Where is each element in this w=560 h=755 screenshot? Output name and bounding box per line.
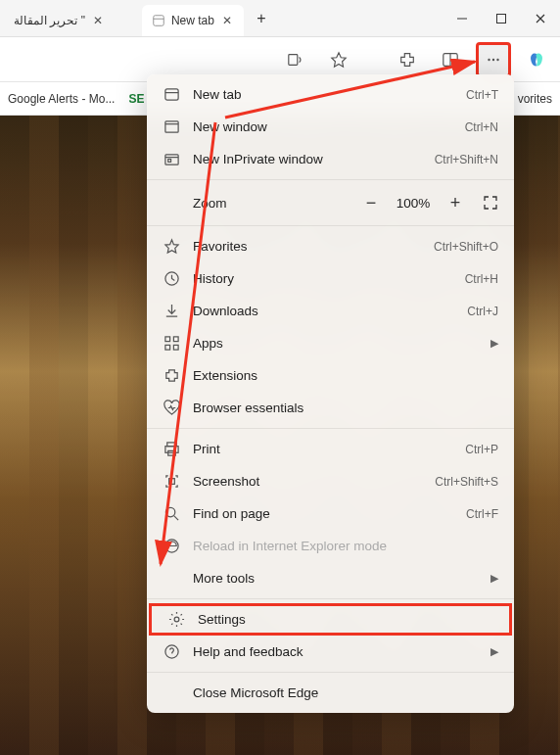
svg-point-10 bbox=[496, 58, 498, 60]
settings-menu: New tab Ctrl+T New window Ctrl+N New InP… bbox=[147, 74, 514, 713]
svg-rect-15 bbox=[164, 155, 177, 165]
menu-new-window[interactable]: New window Ctrl+N bbox=[147, 111, 514, 143]
menu-zoom: Zoom − 100% + bbox=[147, 184, 514, 221]
svg-rect-19 bbox=[164, 337, 169, 342]
window-icon bbox=[163, 118, 180, 136]
read-aloud-icon[interactable] bbox=[278, 42, 313, 77]
pulse-icon bbox=[163, 400, 180, 417]
menu-new-tab[interactable]: New tab Ctrl+T bbox=[147, 78, 514, 111]
settings-menu-button[interactable] bbox=[476, 42, 511, 77]
menu-close-browser[interactable]: Close Microsoft Edge bbox=[147, 677, 514, 709]
menu-help[interactable]: Help and feedback ▶ bbox=[147, 636, 514, 668]
svg-line-28 bbox=[173, 516, 177, 520]
menu-reload-ie: Reload in Internet Explorer mode bbox=[147, 530, 514, 562]
svg-point-31 bbox=[164, 645, 177, 658]
window-controls bbox=[443, 1, 560, 36]
svg-point-9 bbox=[492, 58, 494, 60]
tab-title: تحرير المقالة " bbox=[14, 14, 85, 27]
tab-title: New tab bbox=[171, 14, 214, 27]
maximize-button[interactable] bbox=[482, 1, 521, 36]
tab-icon bbox=[163, 86, 180, 104]
chevron-right-icon: ▶ bbox=[490, 337, 498, 350]
ie-icon bbox=[163, 538, 180, 555]
tab-0[interactable]: تحرير المقالة " ✕ bbox=[4, 5, 115, 36]
svg-rect-11 bbox=[164, 89, 177, 100]
svg-rect-17 bbox=[167, 160, 170, 163]
menu-screenshot[interactable]: Screenshot Ctrl+Shift+S bbox=[147, 465, 514, 497]
svg-point-30 bbox=[174, 617, 179, 622]
browser-window: تحرير المقالة " ✕ New tab ✕ + Google Ale… bbox=[0, 0, 560, 755]
menu-extensions[interactable]: Extensions bbox=[147, 359, 514, 392]
favorites-overflow[interactable]: vorites bbox=[518, 92, 552, 106]
search-icon bbox=[163, 505, 180, 523]
bookmark-item[interactable]: Google Alerts - Mo... bbox=[8, 92, 115, 106]
zoom-out-button[interactable]: − bbox=[357, 189, 385, 216]
copilot-icon[interactable] bbox=[519, 42, 554, 77]
menu-downloads[interactable]: Downloads Ctrl+J bbox=[147, 295, 514, 327]
titlebar: تحرير المقالة " ✕ New tab ✕ + bbox=[0, 0, 560, 37]
svg-rect-21 bbox=[164, 345, 169, 350]
svg-rect-4 bbox=[497, 14, 506, 23]
menu-more-tools[interactable]: More tools ▶ bbox=[147, 562, 514, 594]
svg-rect-1 bbox=[154, 15, 164, 25]
menu-print[interactable]: Print Ctrl+P bbox=[147, 433, 514, 465]
inprivate-icon bbox=[163, 151, 180, 168]
gear-icon bbox=[167, 611, 185, 629]
new-tab-button[interactable]: + bbox=[248, 5, 275, 32]
favorites-star-icon[interactable] bbox=[321, 42, 356, 77]
star-icon bbox=[163, 238, 180, 256]
close-button[interactable] bbox=[521, 1, 560, 36]
chevron-right-icon: ▶ bbox=[490, 572, 498, 585]
zoom-percent: 100% bbox=[393, 196, 434, 211]
svg-rect-26 bbox=[168, 479, 174, 485]
history-icon bbox=[163, 270, 180, 288]
zoom-in-button[interactable]: + bbox=[442, 189, 469, 216]
puzzle-icon bbox=[163, 367, 180, 385]
svg-rect-22 bbox=[173, 345, 178, 350]
menu-inprivate-window[interactable]: New InPrivate window Ctrl+Shift+N bbox=[147, 143, 514, 175]
svg-rect-13 bbox=[164, 121, 177, 132]
download-icon bbox=[163, 303, 180, 320]
menu-settings[interactable]: Settings bbox=[149, 603, 512, 636]
apps-icon bbox=[163, 335, 180, 353]
svg-point-8 bbox=[488, 58, 490, 60]
bookmark-item[interactable]: SE bbox=[128, 92, 144, 106]
tab-favicon[interactable] bbox=[118, 5, 138, 36]
split-screen-icon[interactable] bbox=[433, 42, 468, 77]
print-icon bbox=[163, 441, 180, 458]
menu-favorites[interactable]: Favorites Ctrl+Shift+O bbox=[147, 230, 514, 262]
page-icon bbox=[152, 14, 165, 27]
screenshot-icon bbox=[163, 473, 180, 491]
chevron-right-icon: ▶ bbox=[490, 645, 498, 658]
fullscreen-button[interactable] bbox=[477, 189, 504, 216]
menu-find-on-page[interactable]: Find on page Ctrl+F bbox=[147, 497, 514, 530]
help-icon bbox=[163, 643, 180, 661]
menu-apps[interactable]: Apps ▶ bbox=[147, 327, 514, 359]
menu-history[interactable]: History Ctrl+H bbox=[147, 262, 514, 295]
minimize-button[interactable] bbox=[443, 1, 482, 36]
svg-rect-20 bbox=[173, 337, 178, 342]
svg-rect-5 bbox=[289, 54, 298, 65]
svg-rect-24 bbox=[164, 447, 177, 453]
close-icon[interactable]: ✕ bbox=[91, 14, 105, 27]
close-icon[interactable]: ✕ bbox=[220, 14, 234, 27]
extensions-icon[interactable] bbox=[390, 42, 425, 77]
tab-1-active[interactable]: New tab ✕ bbox=[142, 5, 244, 36]
menu-browser-essentials[interactable]: Browser essentials bbox=[147, 392, 514, 424]
svg-point-27 bbox=[165, 507, 174, 516]
